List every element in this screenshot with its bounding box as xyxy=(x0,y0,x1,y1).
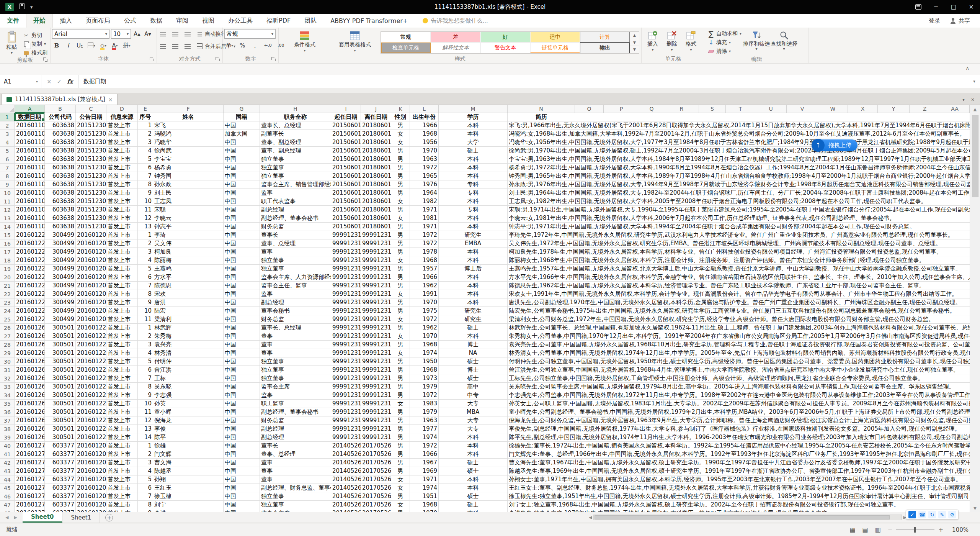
copy-button[interactable]: 复制▾ xyxy=(22,40,49,48)
cell-D48[interactable]: 首发上市 xyxy=(106,509,138,512)
cell-A47[interactable]: 20160127 xyxy=(15,501,45,509)
column-header-J[interactable]: J xyxy=(361,105,391,113)
refresh-icon[interactable]: ↻ xyxy=(928,511,936,518)
row-header-21[interactable]: 21 xyxy=(0,282,15,290)
cell-B10[interactable]: 603638 xyxy=(45,189,76,197)
cell-H21[interactable]: 监事会主任、监事 xyxy=(260,282,331,290)
clear-button[interactable]: 清除▾ xyxy=(707,48,743,55)
cell-J42[interactable]: 20170526 xyxy=(361,459,391,467)
cell-A13[interactable]: 20160110 xyxy=(15,214,45,222)
cell-I4[interactable]: 20150601 xyxy=(331,138,361,146)
row-header-29[interactable]: 29 xyxy=(0,349,15,357)
cell-K7[interactable]: 男 xyxy=(391,164,410,172)
cell-L11[interactable]: 1982 xyxy=(410,197,439,205)
cell-D46[interactable]: 首发上市 xyxy=(106,492,138,500)
cell-B15[interactable]: 300499 xyxy=(45,231,76,239)
cell-M35[interactable]: 大专 xyxy=(439,400,508,408)
cell-M24[interactable]: 研究生 xyxy=(439,307,508,315)
cell-H2[interactable]: 董事长、总经理 xyxy=(260,121,331,129)
cell-L30[interactable]: 1950 xyxy=(410,357,439,366)
cell-J44[interactable]: 20170526 xyxy=(361,475,391,484)
cell-A31[interactable]: 20160126 xyxy=(15,366,45,374)
cell-F27[interactable]: 朱秀梅 xyxy=(153,332,224,340)
cell-B6[interactable]: 603638 xyxy=(45,155,76,163)
tabbar-close-button[interactable]: × xyxy=(971,97,975,102)
tab-团队[interactable]: 团队 xyxy=(297,14,323,28)
cell-L12[interactable]: 1971 xyxy=(410,206,439,214)
cell-N35[interactable]: 孙英女士,公司职工监事,中国国籍,无境外居留权,1983年1月出生,大专学历。2… xyxy=(508,400,970,408)
cell-M21[interactable]: 本科 xyxy=(439,282,508,290)
cell-E28[interactable]: 3 xyxy=(138,341,153,349)
cell-B9[interactable]: 603638 xyxy=(45,180,76,189)
cell-G23[interactable]: 中国 xyxy=(224,298,260,307)
cell-L3[interactable]: 1968 xyxy=(410,130,439,138)
cell-K27[interactable]: 女 xyxy=(391,332,410,340)
cell-B24[interactable]: 300499 xyxy=(45,307,76,315)
cell-I19[interactable]: 99991231 xyxy=(331,265,361,273)
row-header-36[interactable]: 36 xyxy=(0,408,15,416)
row-header-42[interactable]: 42 xyxy=(0,459,15,467)
cell-L22[interactable]: 1991 xyxy=(410,290,439,298)
cell-G40[interactable]: 中国 xyxy=(224,442,260,450)
cell-E35[interactable]: 10 xyxy=(138,400,153,408)
cell-G29[interactable]: 中国 xyxy=(224,349,260,357)
cell-G11[interactable]: 中国 xyxy=(224,197,260,205)
cell-I24[interactable]: 99991231 xyxy=(331,307,361,315)
cell-N11[interactable]: 王志凤:女,1982年出生,中国国籍,无境外居留权,大学本科,2005年至200… xyxy=(508,197,970,205)
align-top-button[interactable] xyxy=(158,29,168,39)
cell-G20[interactable]: 中国 xyxy=(224,273,260,281)
cell-H5[interactable]: 董事、副总经理 xyxy=(260,147,331,155)
cell-E38[interactable]: 13 xyxy=(138,425,153,433)
column-header-Q[interactable]: Q xyxy=(639,105,664,113)
cell-A15[interactable]: 20160122 xyxy=(15,231,45,239)
cell-N42[interactable]: 曹文海先生:董事,1967年出生,中国国籍,无境外永久居留权,硕士研究生学历。1… xyxy=(508,459,970,467)
cell-C11[interactable]: 20151230 xyxy=(76,197,106,205)
cell-G18[interactable]: 中国 xyxy=(224,256,260,264)
cell-L25[interactable]: 1972 xyxy=(410,315,439,323)
cell-D9[interactable]: 首发上市 xyxy=(106,180,138,189)
cell-F17[interactable]: 柯加良 xyxy=(153,248,224,256)
font-family-select[interactable]: Arial▾ xyxy=(52,29,109,39)
cell-D8[interactable]: 首发上市 xyxy=(106,172,138,180)
cell-B12[interactable]: 603638 xyxy=(45,206,76,214)
cell-G35[interactable]: 中国 xyxy=(224,400,260,408)
cell-A7[interactable]: 20160110 xyxy=(15,164,45,172)
cell-H14[interactable]: 财务总监 xyxy=(260,223,331,231)
cell-F15[interactable]: 李琦 xyxy=(153,231,224,239)
cell-J35[interactable]: 99991231 xyxy=(361,400,391,408)
cell-M38[interactable]: 大专 xyxy=(439,425,508,433)
cell-E7[interactable]: 6 xyxy=(138,164,153,172)
cell-J28[interactable]: 99991231 xyxy=(361,341,391,349)
cell-M2[interactable]: 本科 xyxy=(439,121,508,129)
cell-C17[interactable]: 20160120 xyxy=(76,248,106,256)
cell-C22[interactable]: 20160120 xyxy=(76,290,106,298)
cell-H23[interactable]: 副总经理 xyxy=(260,298,331,307)
cell-style-option[interactable]: 好 xyxy=(480,32,530,43)
cell-N31[interactable]: 曾江洪先生,公司独立董事,中国国籍,无境外居留权,1968年4月生,管理学博士,… xyxy=(508,366,970,374)
cell-B20[interactable]: 300499 xyxy=(45,273,76,281)
cell-B48[interactable]: 603377 xyxy=(45,509,76,512)
vertical-scrollbar-thumb[interactable] xyxy=(972,115,978,197)
cell-J24[interactable]: 99991231 xyxy=(361,307,391,315)
column-header-L[interactable]: L xyxy=(410,105,439,113)
number-format-select[interactable]: 常规▾ xyxy=(224,29,276,39)
cell-M20[interactable]: 本科 xyxy=(439,273,508,281)
cell-C35[interactable]: 20160122 xyxy=(76,400,106,408)
cell-F20[interactable]: 方水平 xyxy=(153,273,224,281)
cell-K13[interactable]: 女 xyxy=(391,214,410,222)
cell-N44[interactable]: 孙翔女士:董事,1971年出生,中国国籍,拥有美国永久居留权,本科学历,经济师。… xyxy=(508,475,970,484)
cell-K32[interactable]: 男 xyxy=(391,374,410,382)
cell-G5[interactable]: 中国 xyxy=(224,147,260,155)
cell-L29[interactable]: 1974 xyxy=(410,349,439,357)
cell-I33[interactable]: 99991231 xyxy=(331,383,361,391)
cell-D28[interactable]: 首发上市 xyxy=(106,341,138,349)
cell-J45[interactable]: 20170526 xyxy=(361,484,391,492)
cell-D37[interactable]: 首发上市 xyxy=(106,416,138,425)
cell-K39[interactable]: 男 xyxy=(391,433,410,441)
cell-C13[interactable]: 20151230 xyxy=(76,214,106,222)
cell-K20[interactable]: 男 xyxy=(391,273,410,281)
cell-D29[interactable]: 首发上市 xyxy=(106,349,138,357)
cell-F26[interactable]: 林武辉 xyxy=(153,324,224,332)
cell-K45[interactable]: 女 xyxy=(391,484,410,492)
phone-icon[interactable]: ☎ xyxy=(918,511,926,518)
